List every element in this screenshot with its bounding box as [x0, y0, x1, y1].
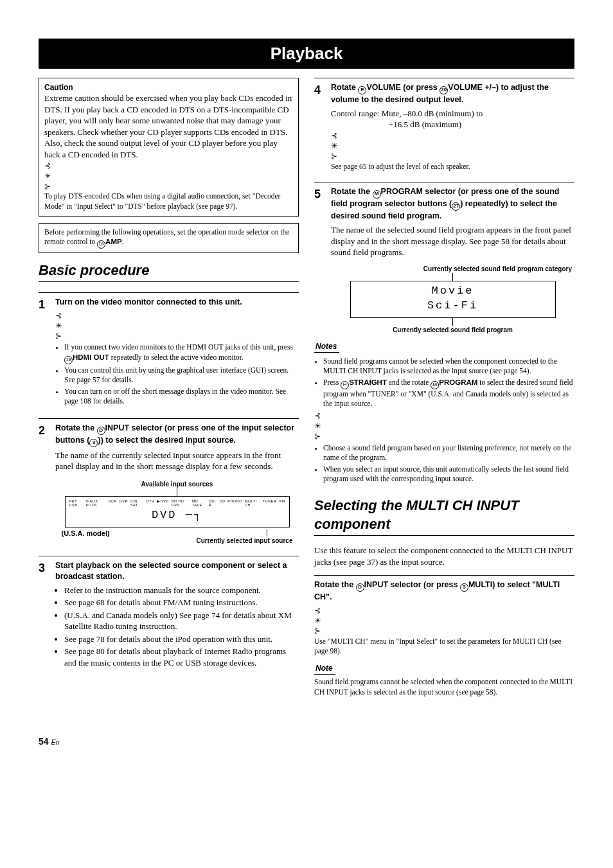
indicator-line	[452, 273, 453, 281]
notes-list: Sound field programs cannot be selected …	[314, 357, 574, 409]
list-item: Sound field programs cannot be selected …	[323, 357, 574, 376]
list-item: If you connect two video monitors to the…	[64, 342, 299, 364]
tips-list: Choose a sound field program based on yo…	[314, 443, 574, 484]
page-number: 54 En	[39, 736, 574, 748]
preface-box: Before performing the following operatio…	[39, 223, 299, 253]
step-number: 3	[39, 560, 55, 670]
list-item: See page 80 for details about playback o…	[64, 646, 299, 668]
tip-icon: ⊰☀⊱	[55, 310, 64, 342]
step-1: 1 Turn on the video monitor connected to…	[39, 292, 299, 408]
step-number: 1	[39, 297, 55, 408]
display-labels: NET USBV-AUX DOCKVCRDVRCBL SATDTV▶DVDBD …	[69, 499, 285, 507]
step-title: Rotate the MPROGRAM selector (or press o…	[331, 186, 574, 222]
multi-note: Sound field programs cannot be selected …	[314, 677, 574, 697]
step-desc: The name of the selected sound field pro…	[331, 224, 574, 258]
right-column: 4 Rotate EVOLUME (or press 20VOLUME +/–)…	[314, 78, 574, 697]
display-line1: Movie	[355, 284, 551, 299]
list-item: You can turn on or off the short message…	[64, 387, 299, 407]
bullet-list: Refer to the instruction manuals for the…	[55, 585, 299, 669]
list-item: Press HSTRAIGHT and the rotate MPROGRAM …	[323, 378, 574, 409]
section-heading: Selecting the MULTI CH INPUT component	[314, 496, 574, 536]
circled-ref-icon: 20	[440, 86, 448, 94]
caution-text: Extreme caution should be exercised when…	[44, 93, 293, 160]
step-number: 2	[39, 423, 55, 545]
front-panel-display: Movie Sci-Fi	[350, 281, 556, 318]
display-line2: Sci-Fi	[355, 299, 551, 314]
caption: Currently selected input source	[196, 536, 292, 545]
step-5: 5 Rotate the MPROGRAM selector (or press…	[314, 182, 574, 334]
indicator-line	[177, 488, 177, 496]
circled-ref-icon: D	[356, 583, 364, 592]
caption: Available input sources	[55, 480, 299, 489]
step-title: Rotate EVOLUME (or press 20VOLUME +/–) t…	[331, 82, 574, 105]
tip-icon: ⊰☀⊱	[331, 130, 340, 162]
list-item: See page 68 for details about FM/AM tuni…	[64, 597, 299, 608]
circled-ref-icon: H	[341, 381, 349, 389]
indicator-line	[267, 529, 267, 536]
step-desc: Control range: Mute, –80.0 dB (minimum) …	[331, 108, 574, 120]
step-number: 5	[314, 186, 331, 334]
tip-icon: ⊰☀⊱	[314, 411, 323, 442]
circled-ref-icon: M	[431, 381, 439, 389]
circled-ref-icon: D	[97, 427, 105, 435]
note-heading: Note	[314, 663, 335, 675]
list-item: Refer to the instruction manuals for the…	[64, 585, 299, 596]
step-title: Turn on the video monitor connected to t…	[55, 297, 299, 308]
step-title: Rotate the DINPUT selector (or press one…	[55, 423, 299, 447]
bullet-list: If you connect two video monitors to the…	[55, 342, 299, 406]
caption: Currently selected sound field program	[331, 326, 574, 335]
step-3: 3 Start playback on the selected source …	[39, 556, 299, 670]
circled-ref-icon: 27	[452, 202, 460, 211]
front-panel-display: NET USBV-AUX DOCKVCRDVRCBL SATDTV▶DVDBD …	[65, 496, 290, 527]
usa-model-note: (U.S.A. model)	[62, 529, 110, 538]
page-title: Playback	[39, 39, 574, 69]
step-title: Start playback on the selected source co…	[55, 560, 299, 582]
step-4: 4 Rotate EVOLUME (or press 20VOLUME +/–)…	[314, 78, 574, 172]
multi-intro: Use this feature to select the component…	[314, 545, 574, 567]
caution-tip: To play DTS-encoded CDs when using a dig…	[44, 191, 293, 211]
indicator-line	[452, 318, 453, 326]
tip-icon: ⊰☀⊱	[44, 161, 53, 192]
list-item: Choose a sound field program based on yo…	[323, 443, 574, 463]
list-item: When you select an input source, this un…	[323, 465, 574, 484]
circled-ref-icon: E	[358, 86, 366, 94]
caution-label: Caution	[44, 82, 293, 93]
section-heading: Basic procedure	[39, 261, 299, 282]
display-value: DVD ─┐	[69, 508, 285, 523]
multi-instruction: Rotate the DINPUT selector (or press 3MU…	[314, 575, 574, 603]
caption: Currently selected sound field program c…	[331, 265, 574, 274]
step-desc-line2: +16.5 dB (maximum)	[331, 119, 574, 130]
amp-label: AMP	[105, 238, 122, 245]
step-2: 2 Rotate the DINPUT selector (or press o…	[39, 418, 299, 545]
circled-ref-icon: 3	[460, 583, 468, 592]
circled-ref-icon: M	[373, 190, 381, 199]
step-desc: The name of the currently selected input…	[55, 450, 299, 472]
preface-text: Before performing the following operatio…	[44, 228, 289, 246]
circled-ref-icon: 18	[64, 356, 73, 364]
list-item: You can control this unit by using the g…	[64, 366, 299, 385]
tip-text: See page 65 to adjust the level of each …	[331, 162, 574, 172]
preface-period: .	[122, 238, 124, 245]
tip-icon: ⊰☀⊱	[314, 605, 323, 637]
list-item: (U.S.A. and Canada models only) See page…	[64, 610, 299, 632]
left-column: Caution Extreme caution should be exerci…	[39, 78, 299, 697]
two-column-layout: Caution Extreme caution should be exerci…	[39, 78, 574, 697]
circled-ref-icon: 16	[97, 240, 105, 249]
circled-ref-icon: 3	[89, 439, 98, 447]
notes-heading: Notes	[314, 341, 339, 353]
multi-tip: Use "MULTI CH" menu in "Input Select" to…	[314, 637, 574, 657]
list-item: See page 78 for details about the iPod o…	[64, 633, 299, 645]
step-number: 4	[314, 82, 331, 172]
caution-box: Caution Extreme caution should be exerci…	[39, 78, 299, 216]
